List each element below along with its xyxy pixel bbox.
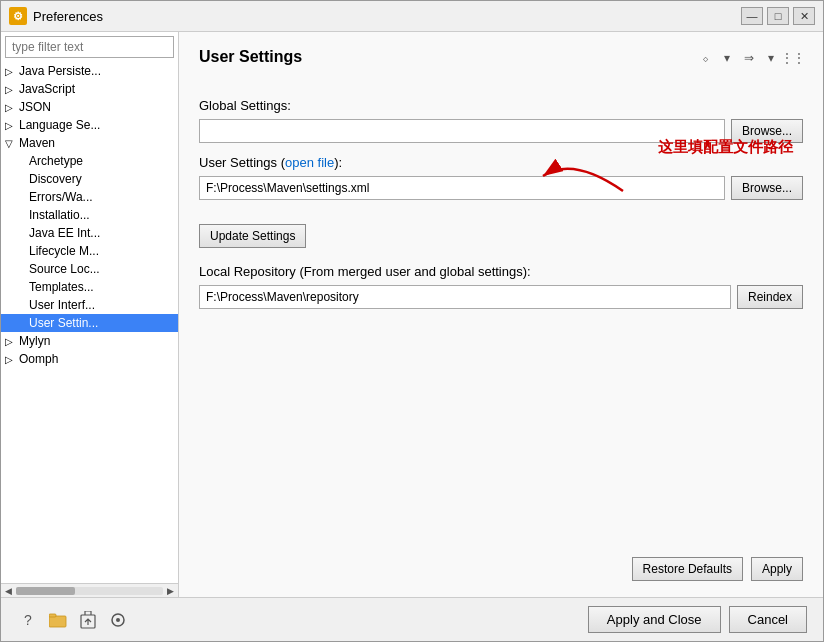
reindex-button[interactable]: Reindex xyxy=(737,285,803,309)
sidebar-item-java-ee[interactable]: Java EE Int... xyxy=(1,224,178,242)
export-icon[interactable] xyxy=(77,609,99,631)
sidebar-item-source-loc[interactable]: Source Loc... xyxy=(1,260,178,278)
app-icon: ⚙ xyxy=(9,7,27,25)
content-header: User Settings ⬦ ▾ ⇒ ▾ ⋮⋮ xyxy=(199,48,803,82)
sidebar-item-lifecycle[interactable]: Lifecycle M... xyxy=(1,242,178,260)
sidebar-item-label: Java EE Int... xyxy=(29,226,100,240)
nav-dropdown2-button[interactable]: ▾ xyxy=(761,48,781,68)
user-settings-input[interactable] xyxy=(199,176,725,200)
expand-arrow: ▷ xyxy=(5,102,19,113)
minimize-button[interactable]: — xyxy=(741,7,763,25)
cancel-button[interactable]: Cancel xyxy=(729,606,807,633)
update-settings-area: Update Settings xyxy=(199,224,803,248)
sidebar-item-installation[interactable]: Installatio... xyxy=(1,206,178,224)
content-main: Global Settings: Browse... User Settings… xyxy=(199,98,803,581)
svg-rect-2 xyxy=(49,614,56,617)
user-settings-row: Browse... xyxy=(199,176,803,200)
expand-arrow: ▷ xyxy=(5,336,19,347)
close-button[interactable]: ✕ xyxy=(793,7,815,25)
circle-icon[interactable] xyxy=(107,609,129,631)
help-icon[interactable]: ? xyxy=(17,609,39,631)
sidebar-item-label: Language Se... xyxy=(19,118,100,132)
content-area: User Settings ⬦ ▾ ⇒ ▾ ⋮⋮ Global Settings… xyxy=(179,32,823,597)
sidebar-item-label: JSON xyxy=(19,100,51,114)
sidebar-item-label: Java Persiste... xyxy=(19,64,101,78)
sidebar-item-discovery[interactable]: Discovery xyxy=(1,170,178,188)
sidebar-item-json[interactable]: ▷ JSON xyxy=(1,98,178,116)
nav-toolbar: ⬦ ▾ ⇒ ▾ ⋮⋮ xyxy=(695,48,803,68)
sidebar-item-user-settings[interactable]: User Settin... xyxy=(1,314,178,332)
sidebar-item-label: Source Loc... xyxy=(29,262,100,276)
sidebar-item-java-persistence[interactable]: ▷ Java Persiste... xyxy=(1,62,178,80)
preferences-window: ⚙ Preferences — □ ✕ ▷ Java Persiste... ▷… xyxy=(0,0,824,642)
expand-arrow: ▷ xyxy=(5,66,19,77)
sidebar-item-archetype[interactable]: Archetype xyxy=(1,152,178,170)
sidebar-item-label: Discovery xyxy=(29,172,82,186)
sidebar-item-label: Mylyn xyxy=(19,334,50,348)
window-controls: — □ ✕ xyxy=(741,7,815,25)
local-repo-row: Reindex xyxy=(199,285,803,309)
sidebar-item-javascript[interactable]: ▷ JavaScript xyxy=(1,80,178,98)
scroll-track[interactable] xyxy=(16,587,163,595)
sidebar-item-language-settings[interactable]: ▷ Language Se... xyxy=(1,116,178,134)
scroll-right-arrow[interactable]: ▶ xyxy=(167,586,174,596)
sidebar-item-label: Oomph xyxy=(19,352,58,366)
user-settings-label: User Settings (open file): xyxy=(199,155,803,170)
apply-and-close-button[interactable]: Apply and Close xyxy=(588,606,721,633)
restore-defaults-button[interactable]: Restore Defaults xyxy=(632,557,743,581)
sidebar-item-label: User Settin... xyxy=(29,316,98,330)
title-bar: ⚙ Preferences — □ ✕ xyxy=(1,1,823,32)
update-settings-button[interactable]: Update Settings xyxy=(199,224,306,248)
bottom-icons: ? xyxy=(17,609,129,631)
page-title: User Settings xyxy=(199,48,302,66)
expand-arrow: ▷ xyxy=(5,354,19,365)
sidebar-item-label: Installatio... xyxy=(29,208,90,222)
bottom-bar: ? Apply and xyxy=(1,597,823,641)
sidebar-item-templates[interactable]: Templates... xyxy=(1,278,178,296)
open-file-link[interactable]: open file xyxy=(285,155,334,170)
scroll-thumb xyxy=(16,587,75,595)
sidebar-item-label: User Interf... xyxy=(29,298,95,312)
sidebar-item-label: Errors/Wa... xyxy=(29,190,93,204)
global-settings-row: Browse... xyxy=(199,119,803,143)
local-repo-input[interactable] xyxy=(199,285,731,309)
user-browse-button[interactable]: Browse... xyxy=(731,176,803,200)
maximize-button[interactable]: □ xyxy=(767,7,789,25)
sidebar-item-mylyn[interactable]: ▷ Mylyn xyxy=(1,332,178,350)
sidebar-item-user-interface[interactable]: User Interf... xyxy=(1,296,178,314)
tree-container: ▷ Java Persiste... ▷ JavaScript ▷ JSON ▷… xyxy=(1,62,178,583)
global-settings-label: Global Settings: xyxy=(199,98,803,113)
sidebar-item-label: Lifecycle M... xyxy=(29,244,99,258)
back-button[interactable]: ⬦ xyxy=(695,48,715,68)
sidebar-item-errors-warnings[interactable]: Errors/Wa... xyxy=(1,188,178,206)
sidebar-item-maven[interactable]: ▽ Maven xyxy=(1,134,178,152)
global-settings-input[interactable] xyxy=(199,119,725,143)
main-content: ▷ Java Persiste... ▷ JavaScript ▷ JSON ▷… xyxy=(1,32,823,597)
expand-arrow: ▷ xyxy=(5,84,19,95)
expand-arrow: ▷ xyxy=(5,120,19,131)
sidebar-item-oomph[interactable]: ▷ Oomph xyxy=(1,350,178,368)
apply-button[interactable]: Apply xyxy=(751,557,803,581)
svg-point-5 xyxy=(116,618,120,622)
window-title: Preferences xyxy=(33,9,741,24)
sidebar-horizontal-scrollbar: ◀ ▶ xyxy=(1,583,178,597)
sidebar-item-label: Maven xyxy=(19,136,55,150)
sidebar-item-label: Archetype xyxy=(29,154,83,168)
menu-button[interactable]: ⋮⋮ xyxy=(783,48,803,68)
user-settings-wrapper: 这里填配置文件路径 Browse... xyxy=(199,176,803,212)
sidebar: ▷ Java Persiste... ▷ JavaScript ▷ JSON ▷… xyxy=(1,32,179,597)
collapse-arrow: ▽ xyxy=(5,138,19,149)
global-browse-button[interactable]: Browse... xyxy=(731,119,803,143)
filter-input[interactable] xyxy=(5,36,174,58)
scroll-left-arrow[interactable]: ◀ xyxy=(5,586,12,596)
action-buttons-row: Restore Defaults Apply xyxy=(199,537,803,581)
sidebar-item-label: JavaScript xyxy=(19,82,75,96)
folder-icon[interactable] xyxy=(47,609,69,631)
sidebar-item-label: Templates... xyxy=(29,280,94,294)
bottom-buttons: Apply and Close Cancel xyxy=(588,606,807,633)
nav-dropdown-button[interactable]: ▾ xyxy=(717,48,737,68)
local-repo-label: Local Repository (From merged user and g… xyxy=(199,264,803,279)
svg-rect-1 xyxy=(49,616,66,627)
forward-button[interactable]: ⇒ xyxy=(739,48,759,68)
